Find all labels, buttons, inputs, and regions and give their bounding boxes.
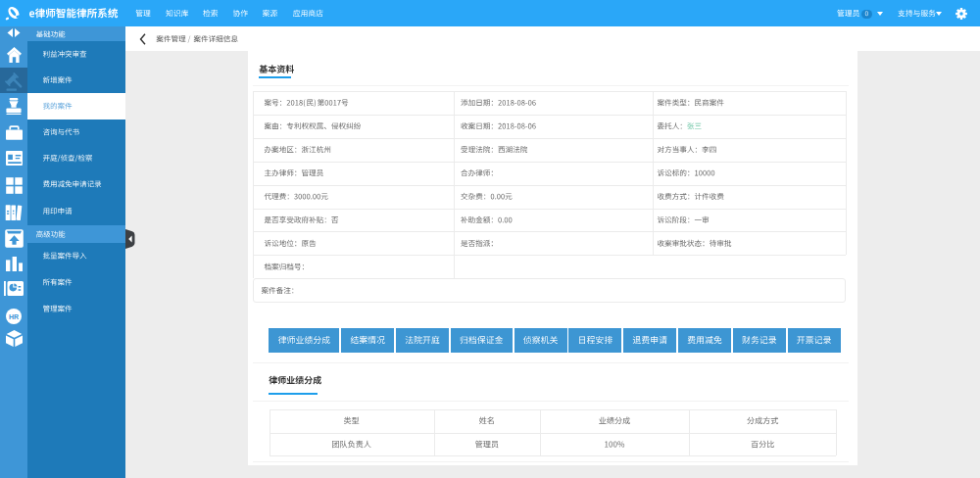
- svg-text:HR: HR: [9, 313, 19, 320]
